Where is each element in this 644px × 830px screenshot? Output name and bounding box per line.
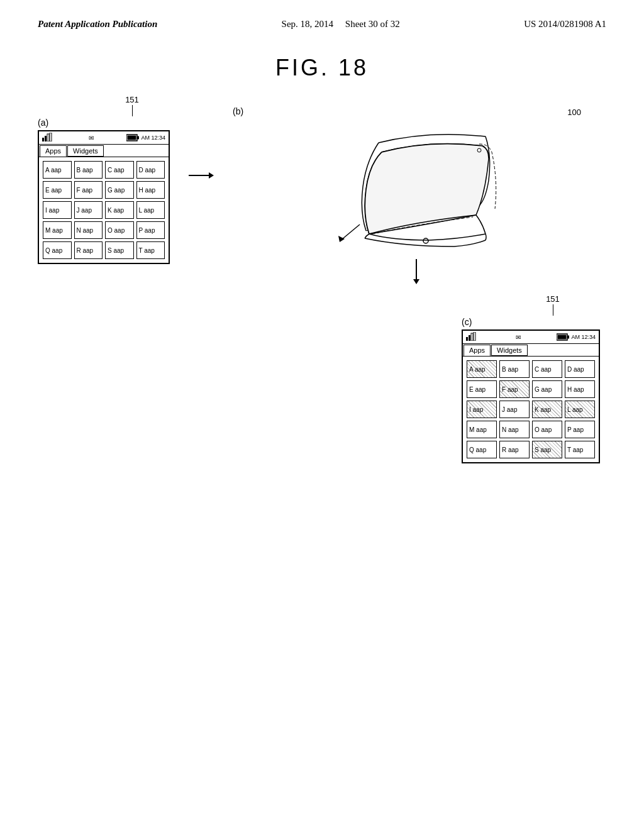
signal-icon-a — [42, 133, 56, 143]
app-cell-a14[interactable]: N aap — [74, 221, 103, 239]
svg-rect-0 — [42, 138, 44, 141]
app-cell-a17[interactable]: Q aap — [43, 241, 72, 259]
svg-rect-2 — [47, 134, 49, 141]
app-cell-c13[interactable]: M aap — [467, 421, 497, 438]
patent-header: Patent Application Publication Sep. 18, … — [0, 0, 644, 36]
upper-section: 151 (a) ✉ AM 12:34 Apps Widgets — [0, 94, 644, 287]
svg-rect-17 — [471, 333, 473, 341]
message-icon-a: ✉ — [89, 135, 94, 141]
status-bar-c: ✉ AM 12:34 — [463, 331, 599, 344]
app-cell-a11[interactable]: K aap — [105, 201, 134, 219]
svg-marker-14 — [413, 279, 419, 284]
battery-time-a: AM 12:34 — [126, 134, 165, 141]
diagram-a: 151 (a) ✉ AM 12:34 Apps Widgets — [38, 94, 176, 264]
app-cell-c5[interactable]: E aap — [467, 380, 497, 398]
svg-rect-1 — [45, 136, 47, 141]
app-cell-a4[interactable]: D aap — [136, 161, 165, 179]
app-cell-a8[interactable]: H aap — [136, 181, 165, 199]
app-cell-a13[interactable]: M aap — [43, 221, 72, 239]
diagram-b-label: (b) — [233, 106, 243, 116]
figure-title: FIG. 18 — [0, 55, 644, 81]
lower-section: 151 (c) ✉ AM 12:34 Apps Widgets — [0, 293, 644, 463]
app-cell-c15[interactable]: O aap — [532, 421, 562, 438]
ref-151-c: 151 — [546, 294, 560, 304]
app-cell-c18[interactable]: R aap — [499, 441, 530, 458]
app-grid-a: A aap B aap C aap D aap E aap F aap G aa… — [39, 157, 169, 263]
tabs-row-c: Apps Widgets — [463, 344, 599, 357]
diagram-c: 151 (c) ✉ AM 12:34 Apps Widgets — [462, 293, 606, 463]
app-cell-c9[interactable]: I aap — [467, 401, 497, 418]
message-icon-c: ✉ — [516, 334, 521, 341]
ref-151-a: 151 — [125, 95, 139, 104]
phone-illustration-b — [328, 118, 504, 256]
app-cell-a1[interactable]: A aap — [43, 161, 72, 179]
svg-rect-5 — [137, 136, 139, 140]
app-cell-c17[interactable]: Q aap — [467, 441, 497, 458]
tab-apps-c[interactable]: Apps — [464, 345, 491, 356]
app-cell-a6[interactable]: F aap — [74, 181, 103, 199]
app-cell-c1[interactable]: A aap — [467, 360, 497, 378]
phone-screen-c: ✉ AM 12:34 Apps Widgets A aapB aapC aapD… — [462, 329, 600, 463]
app-cell-a9[interactable]: I aap — [43, 201, 72, 219]
app-cell-c16[interactable]: P aap — [565, 421, 595, 438]
app-cell-a10[interactable]: J aap — [74, 201, 103, 219]
app-cell-a12[interactable]: L aap — [136, 201, 165, 219]
tab-apps-a[interactable]: Apps — [40, 145, 67, 157]
app-cell-c14[interactable]: N aap — [499, 421, 530, 438]
arrow-down — [410, 259, 423, 287]
app-cell-a5[interactable]: E aap — [43, 181, 72, 199]
battery-time-c: AM 12:34 — [557, 333, 596, 341]
svg-marker-12 — [338, 236, 345, 242]
arrow-right — [189, 169, 214, 182]
phone-screen-a: ✉ AM 12:34 Apps Widgets A aap B aap C aa… — [38, 130, 170, 264]
diagram-c-label: (c) — [462, 317, 606, 327]
svg-marker-8 — [209, 172, 214, 179]
app-cell-c4[interactable]: D aap — [565, 360, 595, 378]
diagram-b: 100 (b) — [226, 94, 606, 287]
svg-rect-16 — [469, 335, 470, 341]
app-cell-a7[interactable]: G aap — [105, 181, 134, 199]
signal-icon-c — [466, 332, 480, 342]
svg-rect-18 — [474, 332, 475, 341]
app-cell-a3[interactable]: C aap — [105, 161, 134, 179]
app-cell-c2[interactable]: B aap — [499, 360, 530, 378]
app-cell-a18[interactable]: R aap — [74, 241, 103, 259]
svg-line-11 — [341, 224, 360, 240]
app-cell-c6[interactable]: F aap — [499, 380, 530, 398]
svg-point-10 — [423, 238, 428, 243]
app-cell-c10[interactable]: J aap — [499, 401, 530, 418]
status-bar-a: ✉ AM 12:34 — [39, 131, 169, 145]
app-cell-a19[interactable]: S aap — [105, 241, 134, 259]
tab-widgets-a[interactable]: Widgets — [67, 145, 104, 157]
app-cell-c20[interactable]: T aap — [565, 441, 595, 458]
header-left-label: Patent Application Publication — [38, 19, 157, 30]
tabs-row-a: Apps Widgets — [39, 145, 169, 157]
app-cell-c8[interactable]: H aap — [565, 380, 595, 398]
app-cell-c11[interactable]: K aap — [532, 401, 562, 418]
app-cell-c12[interactable]: L aap — [565, 401, 595, 418]
svg-rect-3 — [50, 133, 52, 141]
diagram-a-label: (a) — [38, 118, 176, 128]
svg-rect-20 — [567, 336, 569, 339]
app-cell-a2[interactable]: B aap — [74, 161, 103, 179]
svg-rect-6 — [128, 136, 136, 140]
app-cell-a15[interactable]: O aap — [105, 221, 134, 239]
app-cell-c7[interactable]: G aap — [532, 380, 562, 398]
svg-rect-15 — [466, 337, 468, 341]
svg-rect-21 — [558, 335, 567, 340]
app-cell-c19[interactable]: S aap — [532, 441, 562, 458]
app-cell-c3[interactable]: C aap — [532, 360, 562, 378]
header-date: Sep. 18, 2014 Sheet 30 of 32 — [282, 19, 400, 30]
app-cell-a20[interactable]: T aap — [136, 241, 165, 259]
app-grid-c: A aapB aapC aapD aapE aapF aapG aapH aap… — [463, 357, 599, 462]
header-patent-number: US 2014/0281908 A1 — [524, 19, 606, 30]
app-cell-a16[interactable]: P aap — [136, 221, 165, 239]
ref-100: 100 — [567, 108, 581, 117]
tab-widgets-c[interactable]: Widgets — [491, 345, 528, 356]
